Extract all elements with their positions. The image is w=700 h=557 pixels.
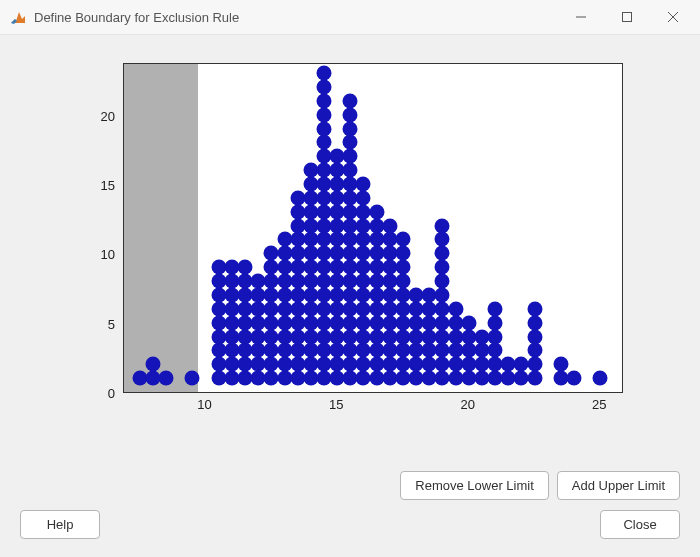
- data-point: [488, 343, 503, 358]
- data-point: [185, 371, 200, 386]
- x-tick-label: 25: [592, 397, 606, 412]
- x-tick-label: 10: [197, 397, 211, 412]
- data-point: [343, 107, 358, 122]
- minimize-button[interactable]: [558, 2, 604, 32]
- data-point: [593, 371, 608, 386]
- data-point: [317, 66, 332, 81]
- data-point: [527, 343, 542, 358]
- axes[interactable]: 0510152010152025: [65, 53, 635, 433]
- x-tick-label: 15: [329, 397, 343, 412]
- data-point: [317, 107, 332, 122]
- remove-lower-limit-button[interactable]: Remove Lower Limit: [400, 471, 549, 500]
- data-point: [488, 315, 503, 330]
- y-tick-label: 10: [75, 247, 115, 262]
- data-point: [343, 149, 358, 164]
- data-point: [343, 93, 358, 108]
- data-point: [343, 121, 358, 136]
- data-point: [343, 163, 358, 178]
- matlab-icon: [10, 9, 26, 25]
- data-point: [553, 357, 568, 372]
- data-point: [488, 301, 503, 316]
- data-point: [395, 260, 410, 275]
- lower-limit-shade[interactable]: [124, 64, 198, 392]
- data-point: [435, 274, 450, 289]
- data-point: [356, 190, 371, 205]
- close-window-button[interactable]: [650, 2, 696, 32]
- data-point: [369, 204, 384, 219]
- data-point: [461, 315, 476, 330]
- data-point: [567, 371, 582, 386]
- data-point: [382, 218, 397, 233]
- data-point: [356, 177, 371, 192]
- data-point: [527, 315, 542, 330]
- data-point: [343, 135, 358, 150]
- close-button[interactable]: Close: [600, 510, 680, 539]
- data-point: [527, 357, 542, 372]
- data-point: [435, 260, 450, 275]
- data-point: [317, 135, 332, 150]
- y-tick-label: 0: [75, 386, 115, 401]
- data-point: [527, 371, 542, 386]
- data-point: [435, 246, 450, 261]
- data-point: [448, 301, 463, 316]
- data-point: [527, 329, 542, 344]
- y-tick-label: 20: [75, 108, 115, 123]
- axes-box: [123, 63, 623, 393]
- y-tick-label: 5: [75, 316, 115, 331]
- data-point: [238, 260, 253, 275]
- bottom-button-row: Help Close: [20, 504, 680, 549]
- data-point: [395, 246, 410, 261]
- x-tick-label: 20: [461, 397, 475, 412]
- add-upper-limit-button[interactable]: Add Upper Limit: [557, 471, 680, 500]
- data-point: [159, 371, 174, 386]
- y-tick-label: 15: [75, 178, 115, 193]
- limit-button-row: Remove Lower Limit Add Upper Limit: [20, 463, 680, 504]
- data-point: [395, 274, 410, 289]
- data-point: [488, 329, 503, 344]
- titlebar[interactable]: Define Boundary for Exclusion Rule: [0, 0, 700, 35]
- window-title: Define Boundary for Exclusion Rule: [34, 10, 239, 25]
- content-area: 0510152010152025 Remove Lower Limit Add …: [0, 35, 700, 557]
- data-point: [395, 232, 410, 247]
- plot-area: 0510152010152025: [20, 53, 680, 463]
- data-point: [527, 301, 542, 316]
- window-root: Define Boundary for Exclusion Rule 05101…: [0, 0, 700, 557]
- data-point: [435, 287, 450, 302]
- help-button[interactable]: Help: [20, 510, 100, 539]
- data-point: [317, 79, 332, 94]
- data-point: [145, 357, 160, 372]
- data-point: [317, 93, 332, 108]
- data-point: [435, 232, 450, 247]
- svg-rect-1: [623, 13, 632, 22]
- data-point: [435, 218, 450, 233]
- data-point: [317, 121, 332, 136]
- maximize-button[interactable]: [604, 2, 650, 32]
